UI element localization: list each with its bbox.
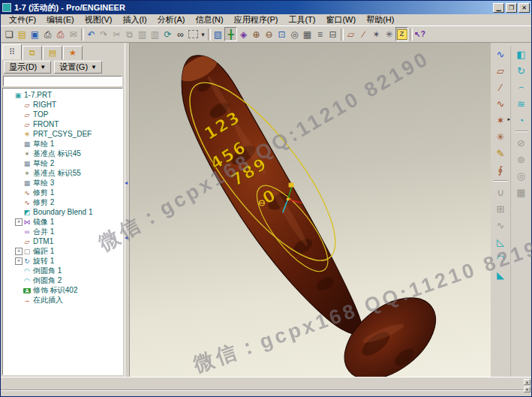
message-log-down-button[interactable]: ▼ [524, 386, 530, 392]
tree-item[interactable]: 1-7.PRT [6, 90, 122, 100]
surface-offset-icon[interactable] [512, 151, 530, 167]
layer-display-icon[interactable] [314, 27, 326, 41]
blend-icon[interactable] [512, 95, 530, 112]
tree-item[interactable]: 旋转 1 [15, 256, 122, 266]
tree-item[interactable]: PRT_CSYS_DEF [15, 129, 122, 139]
layers-tab-icon[interactable] [23, 46, 42, 60]
revolve-icon[interactable] [512, 62, 530, 79]
tree-item[interactable]: 修剪 2 [15, 197, 122, 207]
minimize-button[interactable]: ▁ [493, 3, 504, 13]
repaint-icon[interactable] [212, 27, 224, 41]
close-button[interactable]: ✕ [518, 3, 530, 13]
tree-item[interactable]: TOP [15, 110, 122, 119]
paste-special-icon[interactable] [149, 27, 161, 41]
extrude-icon[interactable] [512, 46, 530, 62]
model-3d[interactable]: 123 456 789 0 [130, 43, 491, 377]
tree-item[interactable]: Boundary Blend 1 [15, 207, 122, 217]
datum-axis-icon[interactable] [491, 79, 509, 95]
tree-item[interactable]: 草绘 1 [15, 139, 122, 149]
spin-center-icon[interactable] [224, 27, 237, 41]
regenerate-icon[interactable] [161, 27, 174, 41]
tree-item[interactable]: FRONT [15, 119, 122, 129]
print-icon[interactable] [41, 27, 54, 41]
style-icon[interactable] [491, 46, 509, 62]
menu-item[interactable]: 视图(V) [80, 14, 118, 26]
expand-toggle[interactable] [15, 257, 23, 265]
datum-graph-icon[interactable] [491, 161, 509, 178]
menu-item[interactable]: 工具(T) [283, 14, 320, 26]
draft-icon[interactable] [491, 233, 509, 250]
reorient-icon[interactable] [288, 27, 301, 41]
panel-splitter[interactable]: ◂ ◂ [125, 43, 130, 377]
tree-item[interactable]: 倒圆角 2 [15, 275, 122, 285]
paste-icon[interactable] [136, 27, 149, 41]
datum-planes-toggle-icon[interactable] [344, 27, 357, 41]
model-tree[interactable]: 1-7.PRT RIGHT TOP [2, 88, 123, 375]
annotations-toggle-icon[interactable] [395, 27, 408, 41]
collapse-arrow-icon[interactable]: ◂ [125, 179, 128, 186]
collapse-arrow-icon[interactable]: ◂ [125, 234, 128, 241]
menu-item[interactable]: 编辑(E) [41, 14, 80, 26]
tree-item[interactable]: 草绘 3 [15, 178, 122, 188]
menu-item[interactable]: 插入(I) [117, 14, 152, 26]
redo-icon[interactable] [98, 27, 110, 41]
datum-points-toggle-icon[interactable] [370, 27, 383, 41]
round-icon[interactable] [491, 250, 509, 266]
menu-item[interactable]: 分析(A) [152, 14, 191, 26]
datum-point-icon[interactable] [491, 112, 509, 128]
plot-icon[interactable] [54, 27, 67, 41]
tree-item[interactable]: 倒圆角 1 [15, 266, 122, 275]
tree-item[interactable]: 基准点 标识45 [15, 149, 122, 158]
tree-item[interactable]: 镜像 1 [15, 217, 122, 227]
solidify-icon[interactable] [512, 184, 530, 200]
new-file-icon[interactable] [3, 27, 16, 41]
favorites-tab-icon[interactable] [63, 46, 83, 60]
graphics-viewport[interactable]: 123 456 789 0 [130, 43, 491, 377]
csys-icon[interactable] [491, 128, 509, 145]
tree-search-input[interactable] [3, 76, 122, 86]
copy-icon[interactable] [123, 27, 136, 41]
settings-button[interactable]: 设置(G) ▼ [54, 61, 102, 74]
message-log-up-button[interactable]: ▲ [524, 379, 530, 385]
context-help-icon[interactable] [413, 27, 426, 41]
undo-icon[interactable] [85, 27, 98, 41]
sketch-tool-icon[interactable] [491, 145, 509, 161]
find-icon[interactable] [174, 27, 187, 41]
thicken-icon[interactable] [512, 167, 530, 184]
saved-views-icon[interactable] [301, 27, 314, 41]
menu-item[interactable]: 帮助(H) [361, 14, 399, 26]
folder-browser-tab-icon[interactable] [43, 46, 62, 60]
tree-item[interactable]: 合并 1 [15, 227, 122, 236]
refit-icon[interactable] [275, 27, 288, 41]
model-tree-tab-icon[interactable] [2, 44, 22, 60]
menu-item[interactable]: 文件(F) [4, 14, 41, 26]
restore-button[interactable]: ❐ [506, 3, 517, 13]
sweep-icon[interactable] [512, 79, 530, 95]
datum-plane-icon[interactable] [491, 62, 509, 79]
datum-axes-toggle-icon[interactable] [357, 27, 370, 41]
sweep-cut-icon[interactable] [491, 184, 509, 200]
orient-icon[interactable] [237, 27, 250, 41]
titlebar[interactable]: 1-7 (活动的) - Pro/ENGINEER ▁ ❐ ✕ [1, 1, 531, 14]
tree-item[interactable]: RIGHT [15, 100, 122, 110]
menu-item[interactable]: 信息(N) [190, 14, 228, 26]
pattern-icon[interactable] [491, 200, 509, 217]
zoom-in-icon[interactable] [250, 27, 263, 41]
show-button[interactable]: 显示(D) ▼ [4, 61, 51, 74]
tree-item[interactable]: 草绘 2 [15, 158, 122, 168]
select-rect-icon[interactable] [187, 27, 200, 41]
expand-toggle[interactable] [15, 248, 23, 255]
tree-item[interactable]: 修饰 标识402 [15, 285, 122, 295]
surface-trim-icon[interactable] [512, 134, 530, 151]
email-icon[interactable] [67, 27, 80, 41]
tree-item[interactable]: 修剪 1 [15, 188, 122, 197]
expand-toggle[interactable] [15, 218, 23, 226]
menu-item[interactable]: 应用程序(P) [229, 14, 284, 26]
tree-item[interactable]: DTM1 [15, 236, 122, 246]
tree-item[interactable]: 在此插入 [15, 295, 122, 305]
menu-item[interactable]: 窗口(W) [320, 14, 361, 26]
flex-icon[interactable] [491, 217, 509, 233]
tree-item[interactable]: 偏距 1 [15, 246, 122, 256]
dropdown-arrow-icon[interactable] [200, 27, 206, 41]
zoom-out-icon[interactable] [263, 27, 275, 41]
